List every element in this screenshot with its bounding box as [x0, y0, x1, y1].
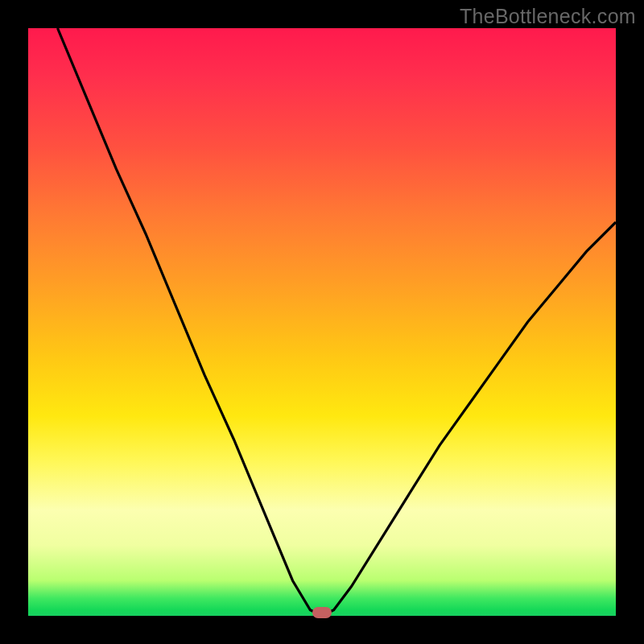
- plot-area: [28, 28, 616, 616]
- chart-frame: TheBottleneck.com: [0, 0, 644, 644]
- optimal-marker: [312, 607, 332, 618]
- watermark-text: TheBottleneck.com: [460, 5, 636, 28]
